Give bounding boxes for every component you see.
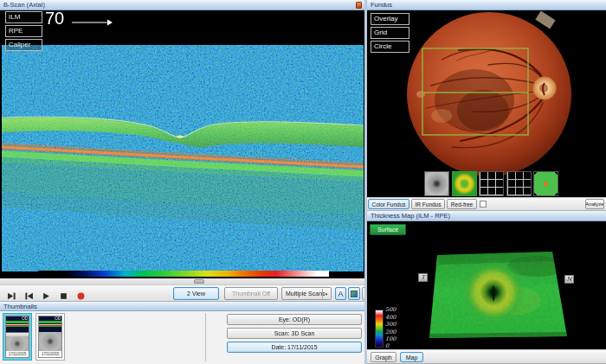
red-free-checkbox[interactable] [480,201,487,208]
temporal-marker: T [418,273,428,282]
ilm-tool-button[interactable]: ILM [5,11,42,23]
map-label: Map [406,354,418,361]
thumbnails-title: Thumbnails [3,303,37,310]
bscan-image [2,45,364,271]
thumb-date: 17/11/2015 [6,351,29,357]
bscan-splitter[interactable] [0,278,365,284]
thickness-3d-map [367,221,606,349]
thumb-fundus [39,332,61,353]
color-fundus-label: Color Fundus [371,201,405,208]
thickness-mini-thumbnail[interactable] [452,171,477,196]
nasal-marker: N [564,275,574,284]
eye-info-label: Eye: OD(R) [279,316,310,322]
thickness-color-scale [375,310,384,348]
fundus-title: Fundus [371,1,392,9]
analyze-button[interactable]: Analyze [585,199,604,209]
thumbnail-off-label: Thumbnail Off [232,291,270,297]
etdrs-mini-thumbnail[interactable] [533,171,558,196]
thickness-panel: Thickness Map (ILM - RPE) [367,211,606,364]
ir-fundus-label: IR Fundus [416,201,442,208]
thickness-canvas[interactable]: Surface T N 500 400 300 200 100 0 [367,221,606,349]
scan-info-label: Scan: 3D Scan [274,330,315,336]
play-icon[interactable] [42,289,51,298]
oct-review-screen: B-Scan (Axial) [0,0,606,364]
graph-button[interactable]: Graph [371,352,396,362]
fundus-titlebar: Fundus [367,0,606,10]
skip-end-icon[interactable] [7,289,16,298]
thumb-date: 17/11/2015 [39,351,61,357]
color-fundus-button[interactable]: Color Fundus [368,199,409,209]
intensity-color-scale [38,271,329,277]
scan-direction-arrow [71,17,113,28]
record-icon[interactable] [76,289,86,298]
surface-label: Surface [377,227,398,233]
thumb-eye-label: OD [55,316,61,321]
caliper-label: Caliper [9,41,30,48]
bscan-titlebar: B-Scan (Axial) [0,0,365,10]
scan-info-button[interactable]: Scan: 3D Scan [227,328,362,339]
circle-tool-button[interactable]: Circle [371,41,409,53]
bscan-canvas[interactable]: ILM RPE Caliper 70 [0,10,365,278]
text-annotation-label: A [338,290,343,298]
fundus-footer: Color Fundus IR Fundus Red-free Analyze [367,197,606,211]
map-button[interactable]: Map [400,352,423,362]
two-view-label: 2 View [187,291,205,297]
thumb-eye-label: OD [22,316,28,321]
grid-label: Grid [374,29,387,36]
bscan-panel: B-Scan (Axial) [0,0,365,278]
scale-label-300: 300 [385,321,396,328]
caliper-tool-button[interactable]: Caliper [5,39,42,51]
bscan-title: B-Scan (Axial) [3,1,45,9]
chevron-down-icon[interactable]: ▾ [322,289,330,298]
overlay-label: Overlay [374,15,398,22]
nasal-label: N [566,276,571,283]
skip-start-icon[interactable] [24,289,34,298]
stop-icon[interactable] [59,289,68,298]
grid-tool-button[interactable]: Grid [371,27,409,39]
scale-label-500: 500 [385,306,396,313]
bscan-toolbar: 2 View Thumbnail Off Multiple Scans ▾ A [0,284,365,302]
thickness-titlebar: Thickness Map (ILM - RPE) [367,211,606,221]
splitter-handle[interactable] [194,279,204,284]
rpe-tool-button[interactable]: RPE [5,25,42,37]
graph-label: Graph [375,354,391,361]
grid2-mini-thumbnail[interactable] [506,171,532,196]
two-view-button[interactable]: 2 View [173,287,219,300]
thumbnails-titlebar: Thumbnails [0,302,365,311]
grid-mini-thumbnail[interactable] [479,171,504,196]
color-palette-button[interactable] [348,287,360,300]
palette-icon [351,291,358,297]
ir-fundus-button[interactable]: IR Fundus [411,199,445,209]
scale-label-0: 0 [385,342,389,349]
thumbnails-content: OD 17/11/2015 OD 17/11/2015 Eye: OD(R) S… [0,311,365,364]
red-free-button[interactable]: Red-free [447,199,477,209]
thickness-footer: Graph Map [367,349,606,364]
ilm-label: ILM [9,13,20,21]
multiple-scans-dropdown[interactable]: Multiple Scans ▾ [281,287,332,300]
thumbnails-divider [205,313,206,361]
thumbnail-off-button[interactable]: Thumbnail Off [224,287,278,300]
date-info-button[interactable]: Date: 17/11/2015 [227,342,362,353]
multiple-scans-label: Multiple Scans [286,291,326,297]
surface-button[interactable]: Surface [370,224,406,235]
date-info-label: Date: 17/11/2015 [271,344,317,350]
eye-info-button[interactable]: Eye: OD(R) [227,314,362,325]
thumbnails-panel: Thumbnails OD 17/11/2015 OD 17/11 [0,302,365,364]
scale-label-100: 100 [385,335,396,342]
overlay-tool-button[interactable]: Overlay [371,13,409,25]
fundus-mini-thumbnail[interactable] [424,171,449,196]
fundus-canvas[interactable]: Overlay Grid Circle [367,10,606,197]
text-annotation-button[interactable]: A [335,287,346,300]
temporal-label: T [421,274,425,281]
scan-thumbnail-selected[interactable]: OD 17/11/2015 [3,313,32,361]
frame-number: 70 [45,10,64,29]
scale-label-400: 400 [385,314,396,321]
thickness-title: Thickness Map (ILM - RPE) [371,212,450,220]
scan-thumbnail[interactable]: OD 17/11/2015 [35,313,65,361]
pin-icon[interactable] [356,2,362,9]
fundus-panel: Fundus [367,0,606,211]
rpe-label: RPE [9,27,23,35]
red-free-label: Red-free [451,201,473,208]
scale-label-200: 200 [385,329,396,335]
analyze-label: Analyze [585,201,603,207]
